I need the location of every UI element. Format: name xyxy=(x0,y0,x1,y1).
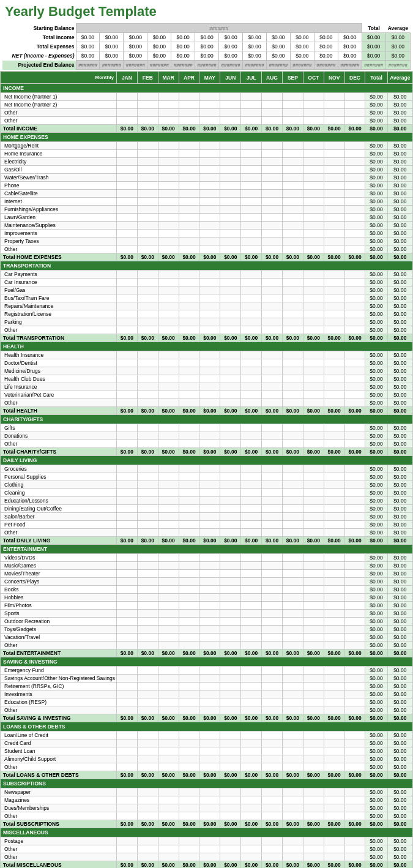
data-cell xyxy=(158,706,179,714)
list-item: Other $0.00$0.00 xyxy=(1,845,413,853)
item-label: Toys/Gadgets xyxy=(1,626,117,634)
total-month-cell: $0.00 xyxy=(199,334,220,342)
data-cell xyxy=(179,529,199,537)
data-cell xyxy=(158,391,179,399)
item-label: Gifts xyxy=(1,424,117,432)
data-cell xyxy=(324,675,344,683)
data-cell xyxy=(220,804,241,812)
section-total-row: Total DAILY LIVING$0.00$0.00$0.00$0.00$0… xyxy=(1,537,413,545)
data-cell xyxy=(137,667,158,675)
data-cell xyxy=(220,594,241,602)
data-cell xyxy=(303,190,324,198)
data-cell xyxy=(158,812,179,820)
data-cell xyxy=(282,690,303,698)
data-cell xyxy=(344,391,365,399)
total-month-cell: $0.00 xyxy=(324,861,344,869)
row-avg: $0.00 xyxy=(387,174,412,182)
data-cell xyxy=(158,747,179,755)
data-cell xyxy=(220,367,241,375)
data-cell xyxy=(220,473,241,481)
data-cell xyxy=(158,602,179,610)
total-month-cell: $0.00 xyxy=(116,448,137,456)
data-cell xyxy=(262,424,283,432)
data-cell xyxy=(303,626,324,634)
avg-cell: $0.00 xyxy=(387,861,412,869)
list-item: Net Income (Partner 2) $0.00$0.00 xyxy=(1,101,413,109)
data-cell xyxy=(344,206,365,214)
row-total: $0.00 xyxy=(365,554,387,562)
data-cell xyxy=(324,489,344,497)
data-cell xyxy=(116,166,137,174)
data-cell xyxy=(303,634,324,642)
total-month-cell: $0.00 xyxy=(137,537,158,545)
list-item: Student Loan $0.00$0.00 xyxy=(1,747,413,755)
data-cell xyxy=(199,245,220,253)
data-cell xyxy=(282,667,303,675)
data-cell xyxy=(116,142,137,150)
data-cell xyxy=(220,182,241,190)
data-cell xyxy=(199,294,220,302)
starting-balance-value: ####### xyxy=(76,24,362,33)
data-cell xyxy=(179,222,199,230)
data-cell xyxy=(116,706,137,714)
row-avg: $0.00 xyxy=(387,763,412,771)
data-cell xyxy=(344,578,365,586)
row-total: $0.00 xyxy=(365,465,387,473)
data-cell xyxy=(282,473,303,481)
row-avg: $0.00 xyxy=(387,634,412,642)
total-month-cell: $0.00 xyxy=(282,334,303,342)
data-cell xyxy=(324,326,344,334)
row-avg: $0.00 xyxy=(387,245,412,253)
row-total: $0.00 xyxy=(365,529,387,537)
data-cell xyxy=(179,359,199,367)
data-cell xyxy=(282,271,303,279)
data-cell xyxy=(137,440,158,448)
data-cell xyxy=(137,853,158,861)
data-cell xyxy=(282,634,303,642)
row-avg: $0.00 xyxy=(387,845,412,853)
data-cell xyxy=(344,804,365,812)
data-cell xyxy=(241,245,262,253)
data-cell xyxy=(282,755,303,763)
list-item: Credit Card $0.00$0.00 xyxy=(1,739,413,747)
item-label: Emergency Fund xyxy=(1,667,117,675)
data-cell xyxy=(303,845,324,853)
total-month-cell: $0.00 xyxy=(220,448,241,456)
row-total: $0.00 xyxy=(365,562,387,570)
total-month-cell: $0.00 xyxy=(324,649,344,657)
row-total: $0.00 xyxy=(365,117,387,125)
data-cell xyxy=(137,473,158,481)
data-cell xyxy=(116,286,137,294)
item-label: Bus/Taxi/Train Fare xyxy=(1,294,117,302)
item-label: Investments xyxy=(1,690,117,698)
data-cell xyxy=(137,326,158,334)
data-cell xyxy=(303,473,324,481)
item-label: Other xyxy=(1,845,117,853)
data-cell xyxy=(179,158,199,166)
section-header-loans---other-debts: LOANS & OTHER DEBTS xyxy=(1,722,413,731)
list-item: Car Payments $0.00$0.00 xyxy=(1,271,413,279)
data-cell xyxy=(116,238,137,245)
data-cell xyxy=(324,440,344,448)
data-cell xyxy=(344,375,365,383)
data-cell xyxy=(199,804,220,812)
data-cell xyxy=(344,529,365,537)
row-avg: $0.00 xyxy=(387,198,412,206)
total-income-summary-row: Total Income $0.00 $0.00 $0.00 $0.00 $0.… xyxy=(2,33,411,42)
row-total: $0.00 xyxy=(365,594,387,602)
total-month-cell: $0.00 xyxy=(241,820,262,828)
data-cell xyxy=(324,763,344,771)
item-label: Veterinarian/Pet Care xyxy=(1,391,117,399)
data-cell xyxy=(179,554,199,562)
data-cell xyxy=(241,440,262,448)
row-total: $0.00 xyxy=(365,367,387,375)
data-cell xyxy=(158,351,179,359)
data-cell xyxy=(116,206,137,214)
total-month-cell: $0.00 xyxy=(179,771,199,779)
item-label: Pet Food xyxy=(1,521,117,529)
total-month-cell: $0.00 xyxy=(199,537,220,545)
total-month-cell: $0.00 xyxy=(344,253,365,261)
data-cell xyxy=(344,690,365,698)
data-cell xyxy=(344,706,365,714)
data-cell xyxy=(137,505,158,513)
